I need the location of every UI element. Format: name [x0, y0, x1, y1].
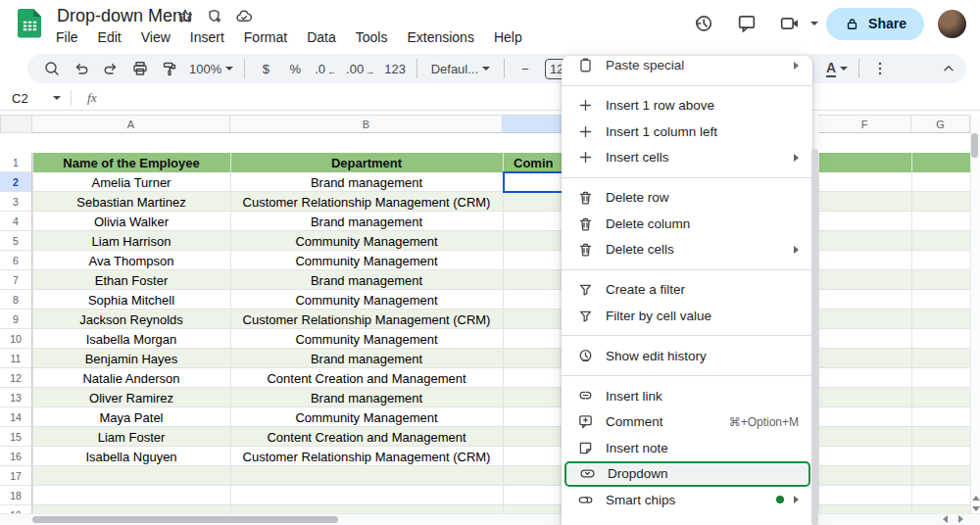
menubar-item-view[interactable]: View — [132, 27, 179, 47]
cell-department[interactable]: Community Management — [230, 251, 503, 270]
hide-menus-button[interactable] — [934, 54, 963, 83]
menu-item-filter-by-cell-value[interactable]: Filter by cell value — [562, 303, 812, 329]
cell-name[interactable]: Liam Harrison — [32, 231, 230, 251]
table-row[interactable] — [32, 486, 970, 505]
row-header-9[interactable]: 9 — [0, 310, 32, 329]
cell-department[interactable]: Customer Relationship Management (CRM) — [230, 310, 503, 329]
row-header-14[interactable]: 14 — [0, 407, 32, 427]
menubar-item-file[interactable]: File — [47, 27, 87, 47]
redo-button[interactable] — [98, 56, 123, 81]
decrease-font-size-button[interactable]: − — [513, 56, 538, 81]
more-formats-button[interactable]: 123 — [381, 56, 409, 81]
print-button[interactable] — [127, 56, 153, 81]
cell-department[interactable]: Brand management — [230, 172, 503, 192]
cell-name[interactable]: Ava Thompson — [32, 251, 230, 270]
cell-department[interactable]: Community Management — [230, 290, 503, 310]
menubar-item-edit[interactable]: Edit — [89, 27, 130, 47]
row-header-12[interactable]: 12 — [0, 368, 32, 388]
zoom-select-button[interactable]: 100% — [186, 56, 236, 81]
column-header-A[interactable]: A — [32, 115, 230, 133]
menu-item-comment[interactable]: Comment⌘+Option+M — [562, 409, 812, 436]
scroll-down-icon[interactable] — [972, 506, 980, 511]
scroll-up-icon[interactable] — [972, 496, 980, 501]
decrease-decimal-button[interactable]: .0← — [312, 56, 339, 81]
menu-item-insert-1-column-left[interactable]: Insert 1 column left — [562, 119, 812, 145]
cell-department[interactable]: Brand management — [230, 388, 503, 407]
column-header-F[interactable]: F — [818, 115, 911, 133]
text-color-button[interactable]: A — [823, 56, 851, 81]
menubar-item-help[interactable]: Help — [485, 27, 531, 47]
row-header-6[interactable]: 6 — [0, 251, 32, 270]
row-header-13[interactable]: 13 — [0, 388, 32, 407]
cloud-saved-icon[interactable] — [235, 8, 253, 29]
spreadsheet-grid[interactable]: ABCFGName of the EmployeeDepartmentComin… — [0, 115, 980, 513]
row-header-11[interactable]: 11 — [0, 349, 32, 368]
paint-format-button[interactable] — [157, 56, 182, 81]
cell-name[interactable]: Isabella Morgan — [32, 329, 230, 349]
star-icon[interactable] — [176, 8, 194, 29]
cell-name[interactable]: Natalie Anderson — [32, 368, 230, 388]
menu-item-delete-row[interactable]: Delete row — [562, 185, 812, 212]
cell-department[interactable]: Community Management — [230, 407, 503, 427]
row-header-2[interactable]: 2 — [0, 172, 32, 192]
row-header-15[interactable]: 15 — [0, 427, 32, 447]
menubar-item-data[interactable]: Data — [298, 27, 345, 47]
row-header-3[interactable]: 3 — [0, 192, 32, 212]
cell-department[interactable]: Brand management — [230, 212, 503, 231]
cell-department[interactable]: Customer Relationship Management (CRM) — [230, 192, 503, 212]
menubar-item-tools[interactable]: Tools — [347, 27, 397, 47]
cell-name[interactable]: Maya Patel — [32, 407, 230, 427]
table-row[interactable] — [32, 466, 970, 486]
cell-department[interactable]: Content Creation and Management — [230, 368, 503, 388]
horizontal-scrollbar-thumb[interactable] — [32, 516, 338, 523]
version-history-icon[interactable] — [686, 6, 721, 41]
cell-name[interactable]: Sophia Mitchell — [32, 290, 230, 310]
cell-department[interactable]: Content Creation and Management — [230, 427, 503, 447]
font-family-button[interactable]: Defaul... — [425, 56, 496, 81]
menu-item-show-edit-history[interactable]: Show edit history — [562, 343, 812, 369]
cell-department[interactable]: Customer Relationship Management (CRM) — [230, 447, 503, 466]
menu-item-insert-note[interactable]: Insert note — [562, 435, 812, 461]
increase-decimal-button[interactable]: .00→ — [343, 56, 377, 81]
menubar-item-insert[interactable]: Insert — [181, 27, 233, 47]
context-menu-scrollbar-thumb[interactable] — [811, 149, 818, 525]
menu-item-create-a-filter[interactable]: Create a filter — [562, 277, 812, 304]
scroll-right-icon[interactable] — [958, 515, 963, 523]
cell-name[interactable]: Liam Foster — [32, 427, 230, 447]
cell-name[interactable]: Jackson Reynolds — [32, 310, 230, 329]
scroll-left-icon[interactable] — [943, 515, 948, 523]
name-box[interactable]: C2 — [0, 91, 61, 106]
menu-item-dropdown[interactable]: Dropdown — [564, 461, 810, 488]
column-header-G[interactable]: G — [911, 115, 970, 133]
menu-item-delete-column[interactable]: Delete column — [562, 211, 812, 237]
vertical-scrollbar-track[interactable] — [970, 115, 980, 494]
menu-item-insert-1-row-above[interactable]: Insert 1 row above — [562, 93, 812, 119]
menu-item-paste-special[interactable]: Paste special — [562, 56, 812, 78]
move-folder-icon[interactable] — [206, 8, 223, 29]
row-header-17[interactable]: 17 — [0, 466, 32, 486]
menubar-item-format[interactable]: Format — [235, 27, 296, 47]
cell-department[interactable]: Community Management — [230, 329, 503, 349]
cell-name[interactable]: Sebastian Martinez — [32, 192, 230, 212]
share-button[interactable]: Share — [826, 8, 924, 40]
user-avatar[interactable] — [938, 10, 966, 38]
row-header-4[interactable]: 4 — [0, 212, 32, 231]
undo-button[interactable] — [69, 56, 94, 81]
cell-department[interactable]: Community Management — [230, 231, 503, 251]
cell-name[interactable]: Olivia Walker — [32, 212, 230, 231]
more-toolbar-button[interactable] — [867, 56, 893, 81]
cell-name[interactable]: Benjamin Hayes — [32, 349, 230, 368]
cell-name[interactable]: Isabella Nguyen — [32, 447, 230, 466]
row-header-16[interactable]: 16 — [0, 447, 32, 466]
row-header-7[interactable]: 7 — [0, 270, 32, 290]
column-header-B[interactable]: B — [230, 115, 503, 133]
cell-name[interactable]: Oliver Ramirez — [32, 388, 230, 407]
row-header-10[interactable]: 10 — [0, 329, 32, 349]
document-title[interactable]: Drop-down Menu — [57, 6, 192, 26]
meet-icon-group[interactable] — [772, 6, 818, 41]
cell-name[interactable]: Ethan Foster — [32, 270, 230, 290]
menubar-item-extensions[interactable]: Extensions — [398, 27, 482, 47]
meet-icon[interactable] — [772, 6, 808, 41]
cell-department[interactable]: Brand management — [230, 270, 503, 290]
menu-item-smart-chips[interactable]: Smart chips — [562, 487, 812, 513]
